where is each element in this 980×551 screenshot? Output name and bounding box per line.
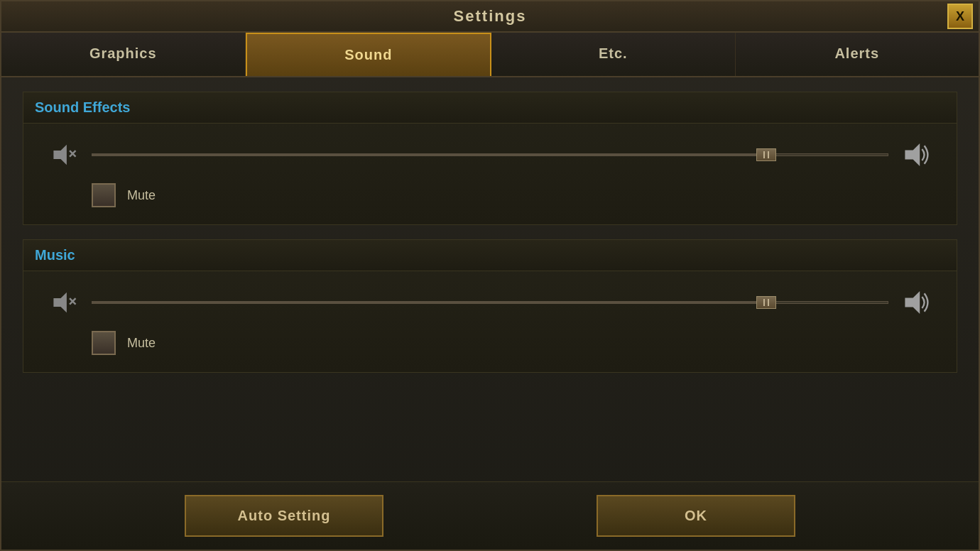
- sound-effects-mute-checkbox[interactable]: [92, 183, 116, 207]
- music-muted-icon: [45, 288, 80, 317]
- music-header: Music: [23, 240, 957, 271]
- tab-graphics[interactable]: Graphics: [1, 33, 246, 76]
- music-thumb-inner: [763, 299, 769, 306]
- svg-marker-4: [53, 293, 66, 313]
- music-slider-fill: [92, 302, 768, 303]
- sound-effects-section: Sound Effects: [23, 92, 957, 225]
- bottom-bar: Auto Setting OK: [1, 481, 979, 550]
- svg-marker-0: [53, 145, 66, 165]
- ok-button[interactable]: OK: [597, 495, 795, 537]
- music-slider-row: [45, 285, 935, 320]
- sound-effects-muted-icon: [45, 140, 80, 170]
- music-loud-icon: [900, 285, 935, 320]
- sound-effects-slider-fill: [92, 154, 768, 156]
- tab-etc[interactable]: Etc.: [491, 33, 736, 76]
- sound-effects-mute-row: Mute: [92, 183, 935, 207]
- sound-effects-thumb-inner: [763, 151, 769, 158]
- music-mute-row: Mute: [92, 331, 935, 355]
- svg-marker-3: [905, 143, 920, 166]
- sound-effects-slider[interactable]: [92, 153, 888, 156]
- sound-effects-body: Mute: [23, 124, 957, 224]
- sound-effects-title: Sound Effects: [35, 99, 130, 115]
- auto-setting-button[interactable]: Auto Setting: [185, 495, 383, 537]
- sound-effects-mute-label: Mute: [127, 188, 156, 203]
- sound-effects-slider-thumb[interactable]: [756, 148, 776, 161]
- music-body: Mute: [23, 271, 957, 372]
- music-slider[interactable]: [92, 301, 888, 304]
- sound-effects-slider-row: [45, 138, 935, 172]
- close-button[interactable]: X: [947, 4, 973, 29]
- window-title: Settings: [454, 7, 527, 25]
- music-slider-thumb[interactable]: [756, 296, 776, 309]
- sound-effects-loud-icon: [900, 138, 935, 172]
- music-title: Music: [35, 247, 75, 263]
- title-bar: Settings X: [1, 1, 979, 33]
- content-area: Sound Effects: [1, 77, 979, 481]
- tab-sound[interactable]: Sound: [246, 33, 492, 76]
- tabs-bar: Graphics Sound Etc. Alerts: [1, 33, 979, 77]
- sound-effects-header: Sound Effects: [23, 92, 957, 124]
- tab-alerts[interactable]: Alerts: [736, 33, 979, 76]
- settings-window: Settings X Graphics Sound Etc. Alerts So…: [0, 0, 980, 551]
- music-section: Music: [23, 239, 957, 373]
- music-mute-checkbox[interactable]: [92, 331, 116, 355]
- svg-marker-7: [905, 291, 920, 314]
- music-mute-label: Mute: [127, 336, 156, 351]
